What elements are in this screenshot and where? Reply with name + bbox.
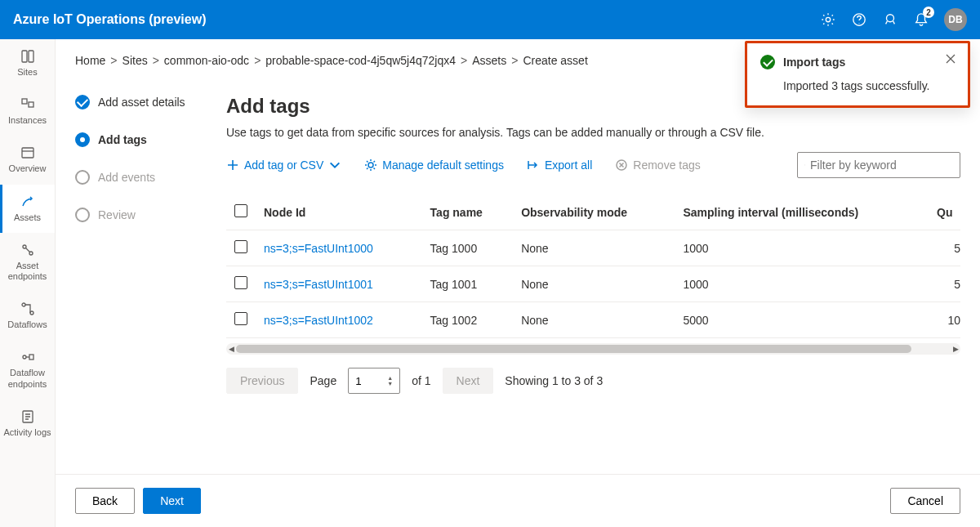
svg-point-0: [826, 17, 830, 21]
page-description: Use tags to get data from specific sourc…: [226, 126, 960, 139]
svg-rect-3: [22, 51, 27, 62]
export-all-label: Export all: [545, 159, 592, 172]
cell-qu: 10: [929, 302, 960, 338]
node-id-link[interactable]: ns=3;s=FastUInt1002: [264, 314, 373, 327]
success-check-icon: [760, 55, 775, 69]
add-tag-button[interactable]: Add tag or CSV: [226, 159, 341, 172]
next-button[interactable]: Next: [143, 488, 201, 514]
breadcrumb-link[interactable]: Home: [75, 54, 105, 67]
svg-point-10: [22, 303, 25, 306]
step-add-events[interactable]: Add events: [75, 170, 207, 185]
col-tag-name[interactable]: Tag name: [422, 194, 514, 230]
page-label: Page: [310, 374, 336, 387]
help-icon[interactable]: [851, 11, 867, 28]
cell-obs-mode: None: [513, 266, 675, 302]
of-pages: of 1: [412, 374, 430, 387]
link-icon: [20, 243, 35, 257]
toolbar: Add tag or CSV Manage default settings E…: [226, 152, 960, 178]
toast-message: Imported 3 tags successfully.: [783, 79, 955, 92]
cell-tag-name: Tag 1001: [422, 266, 514, 302]
manage-defaults-button[interactable]: Manage default settings: [364, 159, 504, 172]
horizontal-scrollbar[interactable]: ◀ ▶: [226, 343, 960, 355]
leftnav-item-asset-endpoints[interactable]: Asset endpoints: [0, 233, 55, 292]
toast-title: Import tags: [783, 56, 845, 69]
leftnav-item-dataflow-endpoints[interactable]: Dataflow endpoints: [0, 340, 55, 399]
showing-summary: Showing 1 to 3 of 3: [505, 374, 603, 387]
wizard-footer: Back Next Cancel: [56, 474, 980, 527]
cancel-button[interactable]: Cancel: [890, 488, 960, 514]
tags-table-body: ns=3;s=FastUInt1000Tag 1000None10005ns=3…: [226, 230, 960, 338]
scroll-right-icon[interactable]: ▶: [951, 343, 960, 355]
chevron-down-icon: [328, 159, 341, 172]
leftnav-item-overview[interactable]: Overview: [0, 136, 55, 184]
flowend-icon: [20, 350, 35, 364]
svg-point-17: [804, 165, 805, 166]
row-checkbox[interactable]: [234, 240, 247, 253]
add-tag-label: Add tag or CSV: [244, 159, 323, 172]
row-checkbox[interactable]: [234, 276, 247, 289]
node-id-link[interactable]: ns=3;s=FastUInt1001: [264, 278, 373, 291]
svg-rect-7: [22, 148, 33, 158]
step-add-tags[interactable]: Add tags: [75, 132, 207, 147]
manage-defaults-label: Manage default settings: [382, 159, 504, 172]
breadcrumb-link[interactable]: Sites: [122, 54, 148, 67]
node-id-link[interactable]: ns=3;s=FastUInt1000: [264, 242, 373, 255]
step-indicator: [75, 95, 90, 109]
scroll-left-icon[interactable]: ◀: [226, 343, 236, 355]
col-qu[interactable]: Qu: [929, 194, 960, 230]
export-all-button[interactable]: Export all: [527, 159, 592, 172]
step-add-asset-details[interactable]: Add asset details: [75, 95, 207, 109]
wizard-steps: Add asset detailsAdd tagsAdd eventsRevie…: [56, 75, 207, 474]
cell-tag-name: Tag 1002: [422, 302, 514, 338]
page-input[interactable]: ▲▼: [348, 368, 400, 394]
book-icon: [20, 49, 35, 64]
blocks-icon: [20, 97, 35, 112]
next-page-button[interactable]: Next: [443, 368, 494, 394]
step-review[interactable]: Review: [75, 208, 207, 222]
step-indicator: [75, 132, 90, 147]
cell-interval: 5000: [675, 302, 929, 338]
table-row: ns=3;s=FastUInt1001Tag 1001None10005: [226, 266, 960, 302]
filter-box[interactable]: [797, 152, 960, 178]
table-row: ns=3;s=FastUInt1000Tag 1000None10005: [226, 230, 960, 266]
leftnav-item-instances[interactable]: Instances: [0, 87, 55, 136]
cell-tag-name: Tag 1000: [422, 230, 514, 266]
leftnav-item-assets[interactable]: Assets: [0, 185, 55, 233]
svg-rect-13: [29, 355, 33, 360]
toast-close-button[interactable]: [945, 53, 956, 67]
svg-point-8: [23, 245, 26, 248]
asset-icon: [20, 194, 35, 209]
leftnav-item-sites[interactable]: Sites: [0, 39, 55, 87]
pager: Previous Page ▲▼ of 1 Next Showing 1 to …: [226, 355, 960, 407]
step-indicator: [75, 170, 90, 185]
page-number-input[interactable]: [355, 375, 380, 387]
settings-icon[interactable]: [820, 11, 836, 28]
cell-qu: 5: [929, 266, 960, 302]
filter-input[interactable]: [810, 159, 953, 172]
cell-obs-mode: None: [513, 302, 675, 338]
table-row: ns=3;s=FastUInt1002Tag 1002None500010: [226, 302, 960, 338]
header-actions: 2 DB: [820, 8, 967, 31]
col-node-id[interactable]: Node Id: [256, 194, 422, 230]
remove-tags-label: Remove tags: [633, 159, 700, 172]
select-all-checkbox[interactable]: [234, 204, 247, 217]
notifications-icon[interactable]: 2: [913, 11, 929, 28]
svg-point-12: [23, 355, 26, 359]
leftnav-item-activity-logs[interactable]: Activity logs: [0, 400, 55, 448]
previous-page-button[interactable]: Previous: [226, 368, 298, 394]
left-navigation: SitesInstancesOverviewAssetsAsset endpoi…: [0, 39, 56, 527]
user-avatar[interactable]: DB: [944, 8, 967, 31]
breadcrumb-link[interactable]: probable-space-cod-4j5qw5j4q72jqx4: [265, 54, 456, 67]
row-checkbox[interactable]: [234, 312, 247, 325]
breadcrumb-link[interactable]: common-aio-odc: [164, 54, 249, 67]
col-interval[interactable]: Sampling interval (milliseconds): [675, 194, 929, 230]
step-label: Review: [98, 208, 136, 221]
back-button[interactable]: Back: [75, 488, 135, 514]
breadcrumb-link[interactable]: Assets: [472, 54, 506, 67]
cell-interval: 1000: [675, 230, 929, 266]
svg-point-9: [29, 252, 33, 255]
leftnav-item-dataflows[interactable]: Dataflows: [0, 292, 55, 340]
col-obs-mode[interactable]: Observability mode: [513, 194, 675, 230]
step-label: Add events: [98, 171, 155, 184]
feedback-icon[interactable]: [882, 11, 898, 28]
